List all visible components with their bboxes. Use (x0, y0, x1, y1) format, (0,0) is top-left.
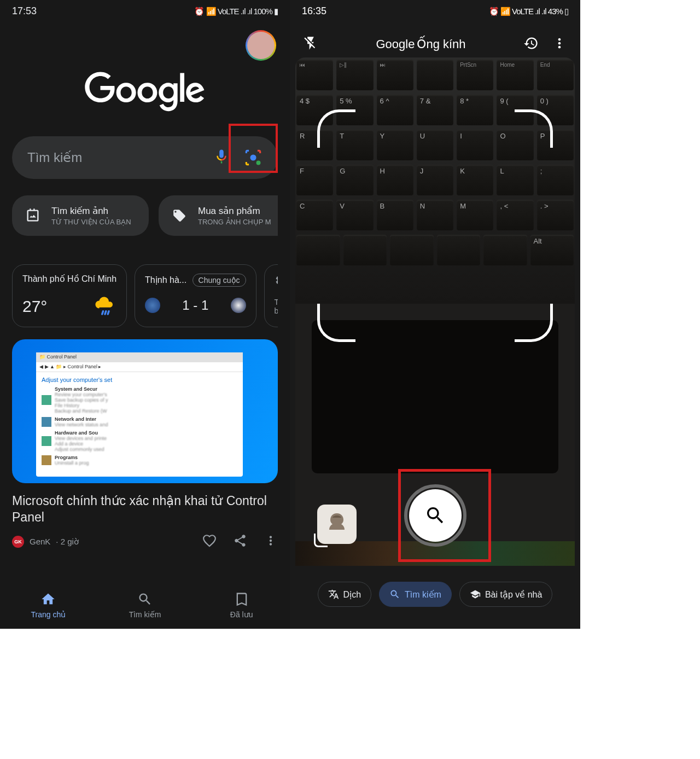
profile-avatar[interactable] (246, 30, 276, 61)
gallery-thumb[interactable] (317, 505, 357, 544)
info-cards-row: Thành phố Hồ Chí Minh 27° Thịnh hà... Ch… (12, 264, 278, 327)
touchpad-background (312, 320, 558, 473)
google-app-screen: 17:53 ⏰ 📶 VoLTE .ıl .ıl 100% ▮ Tìm kiếm … (0, 0, 290, 629)
quick-desc: TRONG ẢNH CHỤP M (198, 218, 271, 226)
lens-title: Google Ống kính (376, 37, 465, 51)
news-card[interactable]: 📁 Control Panel ◀ ▶ ▲ 📁 ▸ Control Panel … (12, 339, 278, 549)
heart-icon[interactable] (202, 534, 217, 549)
quick-card-shop[interactable]: Mua sản phẩm TRONG ẢNH CHỤP M (159, 195, 278, 236)
temperature: 27° (22, 297, 47, 316)
news-time: · 2 giờ (56, 537, 79, 547)
nav-home[interactable]: Trang chủ (0, 582, 97, 629)
mode-homework[interactable]: Bài tập về nhà (459, 582, 553, 607)
weather-card[interactable]: Thành phố Hồ Chí Minh 27° (12, 264, 127, 327)
search-icon (389, 589, 400, 600)
weather-icon (94, 295, 116, 318)
status-indicators: ⏰ 📶 VoLTE .ıl .ıl 43% ▯ (489, 7, 568, 16)
more-vert-icon[interactable] (552, 36, 567, 53)
nav-saved[interactable]: Đã lưu (193, 582, 290, 629)
history-icon[interactable] (523, 36, 539, 53)
customize-card[interactable]: Tuỳ bạn (264, 264, 278, 327)
flash-off-icon[interactable] (303, 36, 318, 53)
lens-modes: Dịch Tìm kiếm Bài tập về nhà (290, 582, 580, 607)
source-badge: GK (12, 536, 24, 548)
status-bar-1: 17:53 ⏰ 📶 VoLTE .ıl .ıl 100% ▮ (0, 0, 290, 22)
viewfinder-frame (317, 109, 553, 342)
status-time: 17:53 (12, 5, 37, 17)
match-score: 1 - 1 (182, 298, 208, 313)
capture-highlight-box (398, 469, 491, 562)
quick-actions-row: Tìm kiếm ảnh TỪ THƯ VIỆN CỦA BẠN Mua sản… (12, 195, 278, 236)
status-indicators: ⏰ 📶 VoLTE .ıl .ıl 100% ▮ (194, 7, 278, 16)
team-logo-1 (145, 298, 160, 313)
translate-icon (328, 589, 339, 600)
quick-card-image-search[interactable]: Tìm kiếm ảnh TỪ THƯ VIỆN CỦA BẠN (12, 195, 149, 236)
news-headline: Microsoft chính thức xác nhận khai tử Co… (12, 493, 278, 526)
google-lens-screen: 16:35 ⏰ 📶 VoLTE .ıl .ıl 43% ▯ Google Ống… (290, 0, 580, 629)
mic-icon[interactable] (213, 148, 230, 167)
lens-header: Google Ống kính (290, 25, 580, 64)
mode-translate[interactable]: Dịch (318, 582, 371, 607)
homework-icon (470, 589, 481, 600)
sports-card[interactable]: Thịnh hà... Chung cuộc 1 - 1 (135, 264, 256, 327)
news-image: 📁 Control Panel ◀ ▶ ▲ 📁 ▸ Control Panel … (12, 339, 278, 483)
status-bar-2: 16:35 ⏰ 📶 VoLTE .ıl .ıl 43% ▯ (290, 0, 580, 22)
quick-title: Mua sản phẩm (198, 205, 271, 217)
quick-desc: TỪ THƯ VIỆN CỦA BẠN (51, 218, 131, 226)
news-source: GenK (30, 537, 50, 546)
image-plus-icon (23, 206, 43, 225)
city-label: Thành phố Hồ Chí Minh (22, 274, 116, 284)
mode-search[interactable]: Tìm kiếm (379, 582, 452, 607)
quick-title: Tìm kiếm ảnh (51, 205, 131, 217)
lens-highlight-box (229, 124, 278, 173)
team-logo-2 (231, 298, 246, 313)
bottom-nav: Trang chủ Tìm kiếm Đã lưu (0, 582, 290, 629)
match-status-badge: Chung cuộc (192, 274, 246, 287)
more-icon[interactable] (264, 534, 278, 549)
search-placeholder: Tìm kiếm (27, 150, 213, 165)
status-time: 16:35 (302, 5, 326, 17)
nav-search[interactable]: Tìm kiếm (97, 582, 194, 629)
tag-icon (170, 206, 189, 225)
gear-icon (275, 274, 278, 289)
news-meta: GK GenK · 2 giờ (12, 534, 278, 549)
share-icon[interactable] (233, 534, 247, 549)
